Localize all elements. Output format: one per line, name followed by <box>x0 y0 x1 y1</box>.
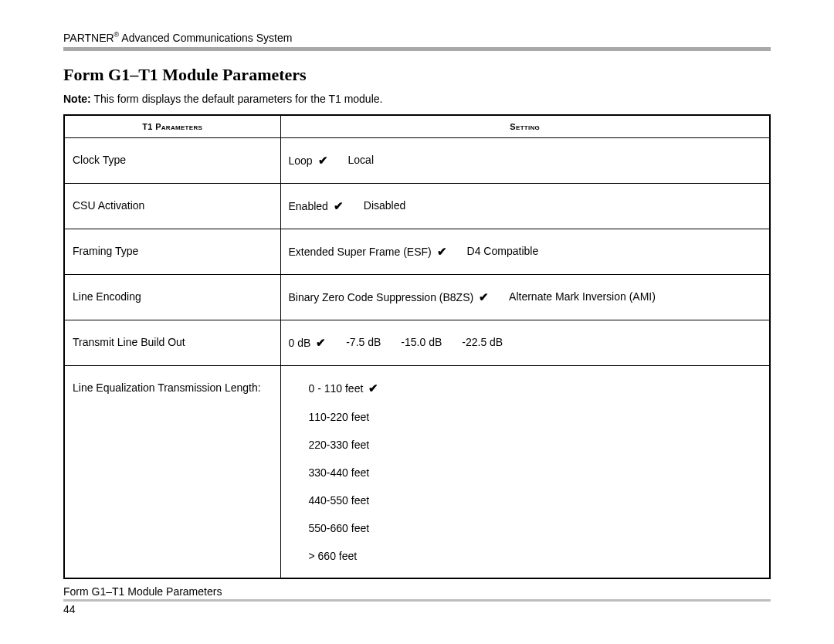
option-0-110: 0 - 110 feet ✔ <box>309 381 762 395</box>
table-header-row: T1 Parameters Setting <box>64 115 770 138</box>
parameters-table: T1 Parameters Setting Clock Type Loop ✔ … <box>63 114 771 579</box>
note-text: This form displays the default parameter… <box>91 93 383 105</box>
running-header: PARTNER® Advanced Communications System <box>63 31 771 44</box>
option-ami: Alternate Mark Inversion (AMI) <box>509 290 656 304</box>
param-setting: Loop ✔ Local <box>280 137 770 183</box>
param-setting: 0 - 110 feet ✔ 110-220 feet 220-330 feet… <box>280 365 770 578</box>
option-7-5db: -7.5 dB <box>346 336 381 350</box>
option-esf: Extended Super Frame (ESF) ✔ <box>289 245 447 259</box>
param-setting: Extended Super Frame (ESF) ✔ D4 Compatib… <box>280 229 770 274</box>
option-15db: -15.0 dB <box>401 336 442 350</box>
param-label: Framing Type <box>64 229 280 274</box>
check-icon: ✔ <box>479 290 489 303</box>
option-loop: Loop ✔ <box>289 154 328 168</box>
option-local: Local <box>348 154 374 168</box>
option-550-660: 550-660 feet <box>309 522 762 534</box>
row-transmit-line-build-out: Transmit Line Build Out 0 dB ✔ -7.5 dB -… <box>64 320 770 365</box>
row-csu-activation: CSU Activation Enabled ✔ Disabled <box>64 183 770 229</box>
row-line-encoding: Line Encoding Binary Zero Code Suppressi… <box>64 274 770 320</box>
option-22-5db: -22.5 dB <box>462 336 503 350</box>
param-label: Transmit Line Build Out <box>64 320 280 365</box>
row-line-equalization: Line Equalization Transmission Length: 0… <box>64 365 770 578</box>
check-icon: ✔ <box>318 154 328 167</box>
param-label: CSU Activation <box>64 183 280 229</box>
param-label: Clock Type <box>64 137 280 183</box>
footer-rule <box>63 599 771 602</box>
option-0db: 0 dB ✔ <box>289 336 327 350</box>
page-title: Form G1–T1 Module Parameters <box>63 65 771 85</box>
option-110-220: 110-220 feet <box>309 411 762 423</box>
check-icon: ✔ <box>316 336 326 349</box>
note-label: Note: <box>63 93 91 105</box>
table-caption: Form G1–T1 Module Parameters <box>63 585 771 598</box>
row-framing-type: Framing Type Extended Super Frame (ESF) … <box>64 229 770 274</box>
option-enabled: Enabled ✔ <box>289 199 344 213</box>
param-label: Line Encoding <box>64 274 280 320</box>
row-clock-type: Clock Type Loop ✔ Local <box>64 137 770 183</box>
option-440-550: 440-550 feet <box>309 494 762 507</box>
document-page: PARTNER® Advanced Communications System … <box>0 0 834 637</box>
header-suffix: Advanced Communications System <box>119 32 292 44</box>
header-rule <box>63 47 771 51</box>
option-b8zs: Binary Zero Code Suppression (B8ZS) ✔ <box>289 290 490 304</box>
param-label: Line Equalization Transmission Length: <box>64 365 280 578</box>
option-220-330: 220-330 feet <box>309 439 762 451</box>
col-header-parameter: T1 Parameters <box>64 115 280 138</box>
option-gt-660: > 660 feet <box>309 550 762 562</box>
param-setting: Enabled ✔ Disabled <box>280 183 770 229</box>
col-header-setting: Setting <box>280 115 770 138</box>
option-330-440: 330-440 feet <box>309 466 762 479</box>
option-disabled: Disabled <box>364 199 405 213</box>
check-icon: ✔ <box>368 381 378 395</box>
check-icon: ✔ <box>334 199 344 212</box>
param-setting: 0 dB ✔ -7.5 dB -15.0 dB -22.5 dB <box>280 320 770 365</box>
note-line: Note: This form displays the default par… <box>63 93 771 105</box>
option-d4: D4 Compatible <box>467 245 539 259</box>
check-icon: ✔ <box>437 245 447 258</box>
param-setting: Binary Zero Code Suppression (B8ZS) ✔ Al… <box>280 274 770 320</box>
header-prefix: PARTNER <box>63 32 114 44</box>
page-number: 44 <box>63 603 771 615</box>
